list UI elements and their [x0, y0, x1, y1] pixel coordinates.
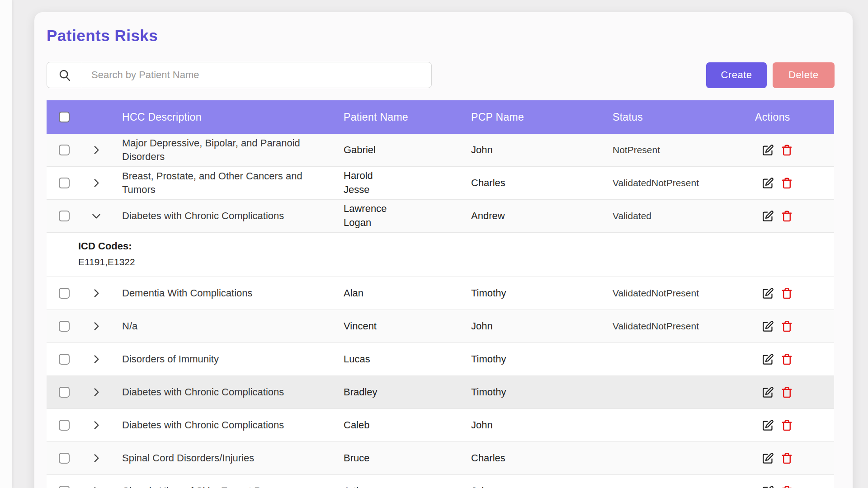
chevron-right-icon[interactable]: [90, 177, 102, 189]
trash-icon[interactable]: [781, 287, 793, 300]
status-text: ValidatedNotPresent: [613, 288, 755, 299]
trash-icon[interactable]: [781, 210, 793, 222]
trash-icon[interactable]: [781, 353, 793, 366]
hcc-description: Spinal Cord Disorders/Injuries: [122, 451, 344, 465]
chevron-right-icon[interactable]: [90, 287, 102, 299]
chevron-right-icon[interactable]: [90, 320, 102, 332]
table-row: Diabetes with Chronic Complications Brad…: [47, 376, 834, 409]
left-edge-strip: [0, 0, 12, 488]
hcc-description: N/a: [122, 319, 344, 333]
chevron-right-icon[interactable]: [90, 386, 102, 398]
edit-icon[interactable]: [762, 386, 774, 399]
trash-icon[interactable]: [781, 452, 793, 465]
column-header-hcc-description: HCC Description: [122, 111, 344, 123]
table-row: Diabetes with Chronic Complications Cale…: [47, 409, 834, 442]
edit-icon[interactable]: [762, 287, 774, 300]
pcp-name: John: [471, 319, 613, 333]
pcp-name: John: [471, 484, 613, 488]
patient-name: Arthur: [344, 484, 471, 488]
table-row: Breast, Prostate, and Other Cancers and …: [47, 167, 834, 200]
hcc-description: Breast, Prostate, and Other Cancers and …: [122, 169, 344, 196]
row-checkbox[interactable]: [59, 453, 70, 464]
hcc-description: Chronic Ulcer of Skin, Except Pressure: [122, 484, 344, 488]
icd-codes-value: E1191,E1322: [78, 257, 834, 267]
hcc-description: Diabetes with Chronic Complications: [122, 209, 344, 223]
table-row: Chronic Ulcer of Skin, Except Pressure A…: [47, 475, 834, 488]
trash-icon[interactable]: [781, 177, 793, 189]
patient-name: Alan: [344, 286, 471, 300]
patients-risks-card: Patients Risks Create Delete HCC Descrip…: [34, 12, 853, 488]
patient-name: Lucas: [344, 352, 471, 366]
hcc-description: Diabetes with Chronic Complications: [122, 385, 344, 399]
row-checkbox[interactable]: [59, 178, 70, 188]
delete-button[interactable]: Delete: [773, 62, 835, 88]
hcc-description: Dementia With Complications: [122, 286, 344, 300]
patient-name: Bradley: [344, 385, 471, 399]
pcp-name: Timothy: [471, 352, 613, 366]
column-header-patient-name: Patient Name: [344, 111, 471, 123]
pcp-name: Timothy: [471, 385, 613, 399]
table-row: Dementia With Complications Alan Timothy…: [47, 277, 834, 310]
search-icon: [47, 62, 82, 88]
page-title: Patients Risks: [47, 27, 835, 45]
status-text: NotPresent: [613, 145, 755, 155]
row-checkbox[interactable]: [59, 145, 70, 155]
toolbar: Create Delete: [47, 62, 835, 88]
chevron-down-icon[interactable]: [90, 210, 102, 222]
patient-name: Bruce: [344, 451, 471, 465]
trash-icon[interactable]: [781, 144, 793, 156]
row-checkbox[interactable]: [59, 387, 70, 398]
hcc-description: Disorders of Immunity: [122, 352, 344, 366]
patient-name: Vincent: [344, 319, 471, 333]
table-row: Major Depressive, Bipolar, and Paranoid …: [47, 134, 834, 167]
table-row: Diabetes with Chronic Complications Lawr…: [47, 200, 834, 233]
trash-icon[interactable]: [781, 320, 793, 333]
table-row: Spinal Cord Disorders/Injuries Bruce Cha…: [47, 442, 834, 475]
chevron-right-icon[interactable]: [90, 485, 102, 488]
table-row: Disorders of Immunity Lucas Timothy: [47, 343, 834, 376]
chevron-right-icon[interactable]: [90, 419, 102, 431]
pcp-name: John: [471, 143, 613, 157]
status-text: ValidatedNotPresent: [613, 178, 755, 188]
edit-icon[interactable]: [762, 353, 774, 366]
row-checkbox[interactable]: [59, 288, 70, 299]
icd-codes-panel: ICD Codes: E1191,E1322: [47, 233, 834, 277]
create-button[interactable]: Create: [706, 62, 767, 88]
chevron-right-icon[interactable]: [90, 144, 102, 156]
search-input[interactable]: [82, 62, 431, 88]
search-box: [47, 62, 432, 88]
status-text: ValidatedNotPresent: [613, 321, 755, 332]
table-row: N/a Vincent John ValidatedNotPresent: [47, 310, 834, 343]
row-checkbox[interactable]: [59, 211, 70, 221]
edit-icon[interactable]: [762, 144, 774, 156]
row-checkbox[interactable]: [59, 486, 70, 488]
pcp-name: Charles: [471, 451, 613, 465]
patient-name: Caleb: [344, 418, 471, 432]
row-checkbox[interactable]: [59, 321, 70, 332]
pcp-name: Andrew: [471, 209, 613, 223]
edit-icon[interactable]: [762, 177, 774, 189]
edit-icon[interactable]: [762, 419, 774, 432]
edit-icon[interactable]: [762, 452, 774, 465]
row-checkbox[interactable]: [59, 354, 70, 365]
trash-icon[interactable]: [781, 386, 793, 399]
patient-name: Harold Jesse: [344, 169, 471, 197]
column-header-pcp-name: PCP Name: [471, 111, 613, 123]
select-all-checkbox[interactable]: [59, 112, 70, 122]
table-header: HCC Description Patient Name PCP Name St…: [47, 100, 834, 134]
patients-risks-table: HCC Description Patient Name PCP Name St…: [47, 100, 834, 488]
row-checkbox[interactable]: [59, 420, 70, 431]
column-header-actions: Actions: [755, 111, 834, 123]
edit-icon[interactable]: [762, 210, 774, 222]
chevron-right-icon[interactable]: [90, 452, 102, 464]
column-header-status: Status: [613, 111, 755, 123]
chevron-right-icon[interactable]: [90, 353, 102, 365]
pcp-name: Timothy: [471, 286, 613, 300]
hcc-description: Major Depressive, Bipolar, and Paranoid …: [122, 136, 344, 163]
trash-icon[interactable]: [781, 419, 793, 432]
edit-icon[interactable]: [762, 320, 774, 333]
pcp-name: John: [471, 418, 613, 432]
edit-icon[interactable]: [762, 485, 774, 488]
patient-name: Lawrence Logan: [344, 202, 471, 230]
trash-icon[interactable]: [781, 485, 793, 488]
